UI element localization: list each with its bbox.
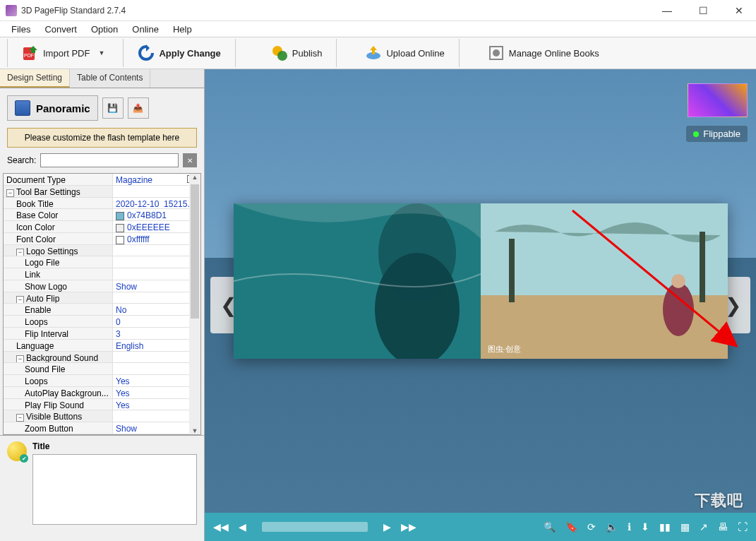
prop-value[interactable] bbox=[113, 268, 200, 280]
book-page-right[interactable]: 图虫·创意 bbox=[481, 203, 728, 359]
prop-key[interactable]: Document Type bbox=[4, 174, 113, 186]
prop-value[interactable]: 0xEEEEEE bbox=[113, 221, 200, 233]
prop-value[interactable]: English bbox=[113, 340, 200, 352]
import-pdf-button[interactable]: PDF Import PDF ▼ bbox=[16, 42, 114, 64]
prop-value[interactable]: Yes bbox=[113, 387, 200, 399]
prop-key[interactable]: Base Color bbox=[4, 209, 113, 221]
fullscreen-button[interactable]: ⛶ bbox=[738, 521, 748, 533]
menu-option[interactable]: Option bbox=[85, 23, 124, 36]
preview-thumbnail[interactable] bbox=[688, 83, 748, 117]
prop-key[interactable]: Language bbox=[4, 340, 113, 352]
tab-design-setting[interactable]: Design Setting bbox=[0, 69, 70, 88]
panoramic-button[interactable]: Panoramic bbox=[7, 95, 98, 121]
detail-text[interactable] bbox=[32, 454, 197, 525]
prop-value[interactable] bbox=[113, 363, 200, 375]
upload-icon bbox=[365, 44, 382, 61]
bookmark-button[interactable]: 🔖 bbox=[565, 521, 577, 533]
svg-point-15 bbox=[671, 274, 685, 288]
prop-value[interactable] bbox=[113, 245, 200, 257]
prop-value[interactable]: Yes bbox=[113, 375, 200, 387]
tab-table-of-contents[interactable]: Table of Contents bbox=[70, 69, 150, 88]
prop-key[interactable]: Play Flip Sound bbox=[4, 399, 113, 411]
print-button[interactable]: 🖶 bbox=[718, 521, 728, 533]
save-template-button[interactable]: 💾 bbox=[102, 97, 124, 119]
prop-value[interactable]: 0xffffff bbox=[113, 233, 200, 245]
prop-value[interactable]: Yes bbox=[113, 399, 200, 411]
last-page-button[interactable]: ▶▶ bbox=[401, 521, 416, 533]
menu-online[interactable]: Online bbox=[126, 23, 164, 36]
search-label: Search: bbox=[7, 155, 36, 165]
prop-value[interactable]: Magazine▼ bbox=[113, 174, 200, 186]
prop-value[interactable] bbox=[113, 410, 200, 422]
book-page-left[interactable] bbox=[234, 203, 481, 359]
prop-key[interactable]: −Visible Buttons bbox=[4, 410, 113, 422]
publish-icon bbox=[271, 44, 288, 61]
maximize-button[interactable]: ☐ bbox=[692, 2, 715, 19]
prop-value[interactable]: 2020-12-10_15215... bbox=[113, 198, 200, 210]
prop-value[interactable]: 3 bbox=[113, 328, 200, 340]
import-dropdown-icon[interactable]: ▼ bbox=[94, 49, 109, 57]
prop-key[interactable]: −Auto Flip bbox=[4, 292, 113, 304]
page-slider[interactable] bbox=[262, 522, 368, 532]
apply-change-button[interactable]: Apply Change bbox=[132, 42, 226, 64]
menu-bar: Files Convert Option Online Help bbox=[0, 21, 756, 37]
book-preview[interactable]: 图虫·创意 bbox=[234, 203, 728, 359]
minimize-button[interactable]: — bbox=[655, 2, 679, 19]
property-grid[interactable]: Document TypeMagazine▼−Tool Bar Settings… bbox=[4, 174, 200, 434]
app-icon bbox=[6, 5, 17, 16]
preview-panel: Flippable ❮ ❯ bbox=[205, 69, 756, 541]
prop-key[interactable]: Book Title bbox=[4, 198, 113, 210]
next-button[interactable]: ▶ bbox=[383, 521, 391, 533]
publish-button[interactable]: Publish bbox=[265, 42, 328, 64]
prev-button[interactable]: ◀ bbox=[239, 521, 246, 533]
prop-key[interactable]: AutoPlay Backgroun... bbox=[4, 387, 113, 399]
prop-value[interactable]: Show bbox=[113, 280, 200, 292]
toc-button[interactable]: ▮▮ bbox=[659, 521, 671, 533]
search-input[interactable] bbox=[40, 153, 179, 167]
prop-key[interactable]: Zoom Button bbox=[4, 422, 113, 434]
menu-help[interactable]: Help bbox=[167, 23, 198, 36]
prop-value[interactable]: No bbox=[113, 304, 200, 316]
prop-value[interactable] bbox=[113, 186, 200, 198]
close-button[interactable]: ✕ bbox=[728, 2, 750, 19]
prop-key[interactable]: Flip Interval bbox=[4, 328, 113, 340]
window-title: 3D PageFlip Standard 2.7.4 bbox=[21, 6, 126, 16]
prop-key[interactable]: −Background Sound bbox=[4, 352, 113, 364]
prop-key[interactable]: Loops bbox=[4, 316, 113, 328]
import-pdf-icon: PDF bbox=[22, 44, 39, 61]
menu-convert[interactable]: Convert bbox=[39, 23, 83, 36]
prop-value[interactable] bbox=[113, 256, 200, 268]
property-scrollbar[interactable] bbox=[189, 174, 200, 434]
left-panel: Design Setting Table of Contents Panoram… bbox=[0, 69, 205, 541]
info-button[interactable]: ℹ bbox=[628, 521, 631, 533]
svg-rect-12 bbox=[509, 239, 515, 302]
prop-key[interactable]: Sound File bbox=[4, 363, 113, 375]
share-button[interactable]: ↗ bbox=[700, 521, 708, 533]
prop-key[interactable]: Loops bbox=[4, 375, 113, 387]
zoom-button[interactable]: 🔍 bbox=[544, 521, 556, 533]
manage-books-button[interactable]: Manage Online Books bbox=[482, 42, 605, 64]
download-button[interactable]: ⬇ bbox=[641, 521, 649, 533]
clear-search-button[interactable]: ✕ bbox=[183, 153, 197, 167]
thumbnails-button[interactable]: ▦ bbox=[680, 521, 690, 533]
prop-value[interactable]: 0 bbox=[113, 316, 200, 328]
prop-key[interactable]: Link bbox=[4, 268, 113, 280]
upload-online-button[interactable]: Upload Online bbox=[359, 42, 450, 64]
first-page-button[interactable]: ◀◀ bbox=[213, 521, 229, 533]
prop-key[interactable]: Enable bbox=[4, 304, 113, 316]
prop-key[interactable]: −Logo Settings bbox=[4, 245, 113, 257]
prop-value[interactable] bbox=[113, 352, 200, 364]
prop-key[interactable]: Show Logo bbox=[4, 280, 113, 292]
autoflip-button[interactable]: ⟳ bbox=[587, 521, 596, 533]
prop-value[interactable]: Show bbox=[113, 422, 200, 434]
prop-key[interactable]: −Tool Bar Settings bbox=[4, 186, 113, 198]
title-bar: 3D PageFlip Standard 2.7.4 — ☐ ✕ bbox=[0, 0, 756, 21]
prop-key[interactable]: Logo File bbox=[4, 256, 113, 268]
sound-button[interactable]: 🔈 bbox=[606, 521, 618, 533]
prop-value[interactable] bbox=[113, 292, 200, 304]
export-template-button[interactable]: 📤 bbox=[128, 97, 149, 119]
prop-key[interactable]: Icon Color bbox=[4, 221, 113, 233]
prop-key[interactable]: Font Color bbox=[4, 233, 113, 245]
prop-value[interactable]: 0x74B8D1 bbox=[113, 209, 200, 221]
menu-files[interactable]: Files bbox=[6, 23, 36, 36]
